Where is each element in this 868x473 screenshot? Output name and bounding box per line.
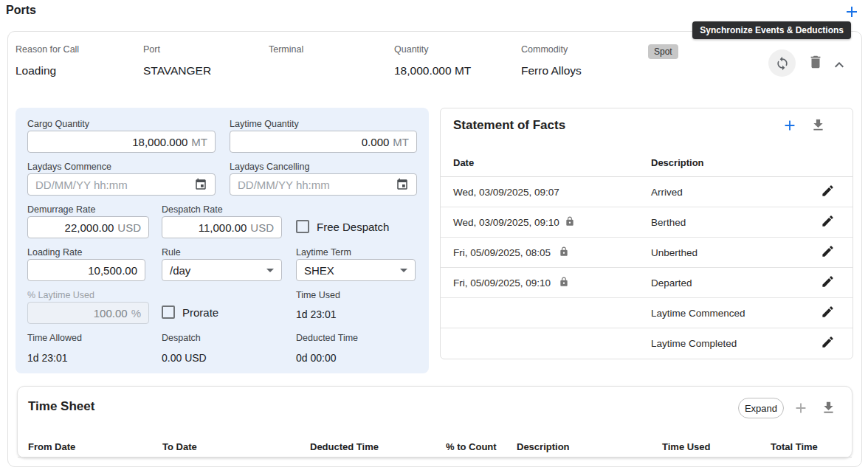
field-value: Loading <box>16 64 79 77</box>
demurrage-rate-input[interactable]: 22,000.00 USD <box>27 216 149 238</box>
time-allowed-label: Time Allowed <box>27 333 82 343</box>
add-event-button[interactable] <box>782 117 798 134</box>
laytime-quantity-input[interactable]: 0.000 MT <box>230 131 417 153</box>
expand-button[interactable]: Expand <box>738 398 784 418</box>
despatch-label: Despatch <box>162 333 201 343</box>
field-label: Commodity <box>521 44 582 55</box>
time-allowed-value: 1d 23:01 <box>27 352 68 364</box>
field-label: Terminal <box>269 44 303 55</box>
laydays-commence-input[interactable]: DD/MM/YY hh:mm <box>27 173 216 196</box>
add-timesheet-row-button[interactable] <box>793 400 809 416</box>
sof-col-date: Date <box>453 157 474 168</box>
sof-row: Fri, 05/09/2025, 09:10 Departed <box>441 268 852 298</box>
calendar-icon[interactable] <box>194 178 207 191</box>
cargo-quantity-value: 18,000.000 <box>132 136 187 148</box>
demurrage-rate-value: 22,000.00 <box>65 221 114 234</box>
plus-icon <box>843 3 861 21</box>
page-title: Ports <box>6 4 36 17</box>
sof-date: Wed, 03/09/2025, 09:10 <box>453 217 559 228</box>
despatch-rate-value: 11,000.00 <box>199 221 247 234</box>
plus-icon <box>793 400 809 416</box>
time-sheet-card: Time Sheet Expand From Date To Date Dedu… <box>17 386 852 458</box>
unit-suffix: MT <box>393 136 409 148</box>
field-label: Port <box>143 44 211 55</box>
field-quantity: Quantity 18,000.000 MT <box>394 44 471 77</box>
synchronize-button[interactable] <box>768 49 796 77</box>
sof-date: Fri, 05/09/2025, 09:10 <box>453 277 551 289</box>
download-timesheet-button[interactable] <box>821 400 836 415</box>
sof-description: Arrived <box>651 187 683 198</box>
free-despatch-checkbox[interactable] <box>296 220 309 233</box>
laytime-term-select[interactable]: SHEX <box>296 259 416 281</box>
sof-description: Laytime Completed <box>651 338 737 349</box>
calendar-icon[interactable] <box>396 178 409 191</box>
loading-rate-input[interactable]: 10,500.00 <box>27 259 145 281</box>
unit-suffix: USD <box>250 221 274 234</box>
collapse-button[interactable] <box>830 56 848 74</box>
edit-event-button[interactable] <box>821 305 835 319</box>
unit-suffix: USD <box>117 221 141 234</box>
deducted-time-value: 0d 00:00 <box>296 352 337 364</box>
cargo-quantity-input[interactable]: 18,000.000 MT <box>27 131 216 153</box>
loading-rate-label: Loading Rate <box>27 247 82 258</box>
edit-event-button[interactable] <box>821 214 835 228</box>
sof-description: Berthed <box>651 217 686 228</box>
laytime-term-value: SHEX <box>304 264 400 277</box>
laytime-quantity-label: Laytime Quantity <box>230 119 299 129</box>
sof-row: Wed, 03/09/2025, 09:10 Berthed <box>441 207 852 238</box>
field-label: Reason for Call <box>16 44 79 55</box>
trash-icon <box>807 54 824 70</box>
lock-icon <box>559 277 569 290</box>
unit-suffix: MT <box>191 136 207 148</box>
date-placeholder: DD/MM/YY hh:mm <box>238 179 396 191</box>
loading-rate-value: 10,500.00 <box>88 264 137 277</box>
unit-suffix: % <box>131 307 141 320</box>
sof-col-description: Description <box>651 157 704 168</box>
edit-event-button[interactable] <box>821 335 835 349</box>
edit-event-button[interactable] <box>821 244 835 258</box>
prorate-label: Prorate <box>182 306 218 319</box>
despatch-rate-input[interactable]: 11,000.00 USD <box>162 216 282 238</box>
rule-label: Rule <box>162 247 181 258</box>
ts-col-time-used: Time Used <box>662 441 711 452</box>
time-used-value: 1d 23:01 <box>296 308 337 320</box>
time-used-label: Time Used <box>296 290 340 300</box>
laydays-cancelling-label: Laydays Cancelling <box>230 162 309 172</box>
pencil-icon <box>821 244 835 258</box>
rule-select[interactable]: /day <box>162 259 282 281</box>
ts-col-deducted-time: Deducted Time <box>310 441 379 452</box>
ts-col-pct-to-count: % to Count <box>446 441 497 452</box>
ts-col-to-date: To Date <box>162 441 197 452</box>
free-despatch-label: Free Despatch <box>317 221 389 233</box>
edit-event-button[interactable] <box>821 275 835 289</box>
field-terminal: Terminal <box>269 44 303 64</box>
laydays-cancelling-input[interactable]: DD/MM/YY hh:mm <box>230 173 417 196</box>
plus-icon <box>782 117 798 134</box>
pencil-icon <box>821 184 835 198</box>
lock-icon <box>559 246 569 260</box>
sync-icon <box>775 56 790 71</box>
sof-description: Departed <box>651 277 692 289</box>
despatch-value: 0.00 USD <box>162 352 207 364</box>
add-port-button[interactable] <box>843 3 861 21</box>
prorate-checkbox[interactable] <box>162 305 175 319</box>
demurrage-rate-label: Demurrage Rate <box>27 204 95 215</box>
download-sof-button[interactable] <box>810 117 826 133</box>
field-commodity: Commodity Ferro Alloys <box>521 44 582 77</box>
download-icon <box>821 400 836 415</box>
rule-value: /day <box>170 264 266 277</box>
pencil-icon <box>821 305 835 319</box>
ports-page: Ports Synchronize Events & Deductions Re… <box>0 0 868 473</box>
deducted-time-label: Deducted Time <box>296 333 358 343</box>
statement-of-facts-panel: Statement of Facts Date Description Wed,… <box>440 108 853 359</box>
field-label: Quantity <box>394 44 471 55</box>
chevron-up-icon <box>830 56 848 74</box>
delete-port-button[interactable] <box>807 54 824 70</box>
pencil-icon <box>821 275 835 289</box>
laydays-commence-label: Laydays Commence <box>27 162 111 172</box>
sof-row: Laytime Commenced <box>441 298 852 328</box>
pencil-icon <box>821 214 835 228</box>
sof-row: Laytime Completed <box>441 328 852 359</box>
edit-event-button[interactable] <box>821 184 835 198</box>
pct-laytime-used-label: % Laytime Used <box>27 290 94 300</box>
